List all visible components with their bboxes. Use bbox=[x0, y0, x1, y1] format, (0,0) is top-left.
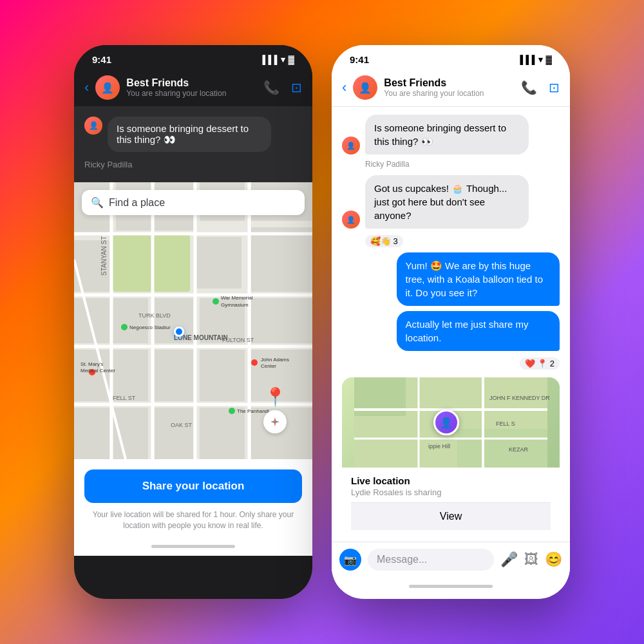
chat-name-right: Best Friends bbox=[384, 77, 515, 89]
status-icons-right: ▐▐▐ ▾ ▓ bbox=[517, 55, 552, 64]
microphone-icon[interactable]: 🎤 bbox=[500, 551, 518, 568]
live-location-title: Live location bbox=[351, 475, 551, 486]
share-bottom-section: Share your location Your live location w… bbox=[74, 459, 312, 538]
svg-text:Negoesco Stadiur: Negoesco Stadiur bbox=[129, 325, 171, 330]
dark-bubble: Is someone bringing dessert to this thin… bbox=[108, 117, 271, 152]
avatar-left: 👤 bbox=[95, 75, 120, 100]
battery-icon: ▓ bbox=[289, 55, 294, 64]
svg-rect-23 bbox=[200, 408, 245, 459]
header-info-left: Best Friends You are sharing your locati… bbox=[126, 77, 257, 98]
svg-text:Gymnasium: Gymnasium bbox=[221, 302, 249, 308]
dark-msg-text: Is someone bringing dessert to this thin… bbox=[117, 123, 262, 146]
svg-point-43 bbox=[213, 298, 219, 305]
header-actions-right: 📞 ⊡ bbox=[521, 80, 560, 95]
home-bar-left bbox=[151, 545, 235, 548]
svg-text:St. Mary's: St. Mary's bbox=[80, 361, 103, 367]
svg-text:FELL ST: FELL ST bbox=[113, 395, 136, 401]
back-button-right[interactable]: ‹ bbox=[342, 79, 346, 96]
svg-rect-18 bbox=[200, 350, 245, 401]
reaction-1: 🥰👋 3 bbox=[342, 235, 560, 247]
chat-subtitle-left: You are sharing your location bbox=[126, 89, 257, 98]
svg-text:STANYAN ST: STANYAN ST bbox=[100, 236, 108, 276]
msg-text-2: Got us cupcakes! 🧁 Though... just got he… bbox=[374, 183, 507, 221]
svg-text:TURK BLVD: TURK BLVD bbox=[138, 312, 171, 319]
view-location-button[interactable]: View bbox=[351, 502, 551, 530]
video-icon-left[interactable]: ⊡ bbox=[291, 80, 302, 95]
user-location-avatar: 👤 bbox=[433, 410, 459, 435]
home-indicator-left[interactable] bbox=[74, 538, 312, 556]
bubble-1: Is someone bringing dessert to this thin… bbox=[365, 115, 529, 155]
image-icon[interactable]: 🖼 bbox=[524, 551, 538, 568]
status-bar-left: 9:41 ▐▐▐ ▾ ▓ bbox=[74, 45, 312, 70]
svg-text:KEZAR: KEZAR bbox=[509, 446, 529, 453]
svg-rect-58 bbox=[457, 429, 547, 468]
video-icon-right[interactable]: ⊡ bbox=[549, 80, 560, 95]
chat-name-left: Best Friends bbox=[126, 77, 257, 89]
share-disclaimer: Your live location will be shared for 1 … bbox=[84, 509, 302, 531]
svg-text:Medical Center: Medical Center bbox=[80, 368, 115, 374]
svg-point-46 bbox=[121, 324, 128, 330]
dark-messages-area: 👤 Is someone bringing dessert to this th… bbox=[74, 106, 312, 182]
svg-text:OAK ST: OAK ST bbox=[171, 422, 193, 428]
svg-text:War Memorial: War Memorial bbox=[221, 295, 253, 301]
home-indicator-right[interactable] bbox=[332, 577, 570, 595]
svg-text:John Adams: John Adams bbox=[261, 357, 289, 363]
camera-icon: 📷 bbox=[344, 554, 357, 566]
phone-icon-left[interactable]: 📞 bbox=[263, 80, 279, 95]
status-icons-left: ▐▐▐ ▾ ▓ bbox=[260, 55, 294, 64]
time-right: 9:41 bbox=[350, 54, 369, 65]
phone-icon-right[interactable]: 📞 bbox=[521, 80, 537, 95]
svg-text:FULTON ST: FULTON ST bbox=[222, 337, 254, 343]
location-info: Live location Lydie Rosales is sharing V… bbox=[342, 468, 560, 534]
map-container[interactable]: STANYAN ST TURK BLVD LONE MOUNTAIN FULTO… bbox=[74, 182, 312, 459]
svg-point-54 bbox=[229, 408, 235, 414]
sticker-icon[interactable]: 😊 bbox=[545, 551, 562, 568]
chat-header-right: ‹ 👤 Best Friends You are sharing your lo… bbox=[332, 70, 570, 107]
svg-rect-20 bbox=[74, 408, 109, 459]
svg-point-51 bbox=[251, 359, 258, 366]
search-icon: 🔍 bbox=[91, 196, 104, 209]
svg-text:FELL S: FELL S bbox=[496, 421, 515, 427]
svg-rect-10 bbox=[74, 298, 109, 343]
message-placeholder: Message... bbox=[377, 554, 427, 565]
svg-rect-8 bbox=[196, 237, 242, 289]
msg-avatar-2: 👤 bbox=[342, 211, 360, 229]
signal-icon-right: ▐▐▐ bbox=[517, 55, 535, 64]
chat-subtitle-right: You are sharing your location bbox=[384, 89, 515, 98]
svg-rect-9 bbox=[251, 227, 312, 292]
msg-avatar-1: 👤 bbox=[342, 137, 360, 155]
compass-button[interactable] bbox=[263, 410, 287, 433]
msg-text-4: Actually let me just share my location. bbox=[406, 319, 529, 343]
reaction-badge-2[interactable]: ❤️ 📍 2 bbox=[520, 357, 560, 370]
search-bar[interactable]: 🔍 Find a place bbox=[82, 190, 305, 215]
location-card[interactable]: JOHN F KENNEDY DR FELL S ippie Hill KEZA… bbox=[342, 377, 560, 534]
list-item: Yum! 🤩 We are by this huge tree, with a … bbox=[342, 252, 560, 306]
svg-rect-16 bbox=[113, 350, 148, 401]
chat-messages-area: 👤 Is someone bringing dessert to this th… bbox=[332, 107, 570, 542]
svg-rect-11 bbox=[113, 298, 148, 343]
camera-button[interactable]: 📷 bbox=[339, 549, 361, 571]
bubble-2: Got us cupcakes! 🧁 Though... just got he… bbox=[365, 175, 529, 229]
live-location-subtitle: Lydie Rosales is sharing bbox=[351, 488, 551, 497]
bubble-4: Actually let me just share my location. bbox=[397, 311, 560, 351]
svg-text:ippie Hill: ippie Hill bbox=[428, 443, 450, 450]
list-item: 👤 Got us cupcakes! 🧁 Though... just got … bbox=[342, 175, 560, 229]
svg-text:The Panhandl: The Panhandl bbox=[237, 408, 269, 414]
svg-rect-22 bbox=[155, 408, 193, 459]
message-input[interactable]: Message... bbox=[368, 549, 494, 571]
bubble-3: Yum! 🤩 We are by this huge tree, with a … bbox=[397, 252, 560, 306]
list-item: Actually let me just share my location. bbox=[342, 311, 560, 351]
share-location-button[interactable]: Share your location bbox=[84, 469, 302, 503]
svg-rect-17 bbox=[155, 350, 193, 401]
back-button-left[interactable]: ‹ bbox=[84, 79, 89, 96]
sender-label-1: Ricky Padilla bbox=[342, 160, 560, 169]
avatar-right: 👤 bbox=[353, 75, 377, 100]
location-pin-icon[interactable]: 📍 bbox=[264, 386, 287, 408]
map-background: STANYAN ST TURK BLVD LONE MOUNTAIN FULTO… bbox=[74, 182, 312, 459]
home-bar-right bbox=[409, 585, 493, 588]
status-bar-right: 9:41 ▐▐▐ ▾ ▓ bbox=[332, 45, 570, 70]
chat-header-left: ‹ 👤 Best Friends You are sharing your lo… bbox=[74, 70, 312, 106]
wifi-icon-right: ▾ bbox=[538, 55, 543, 64]
header-info-right: Best Friends You are sharing your locati… bbox=[384, 77, 515, 98]
reaction-badge-1[interactable]: 🥰👋 3 bbox=[365, 235, 403, 247]
